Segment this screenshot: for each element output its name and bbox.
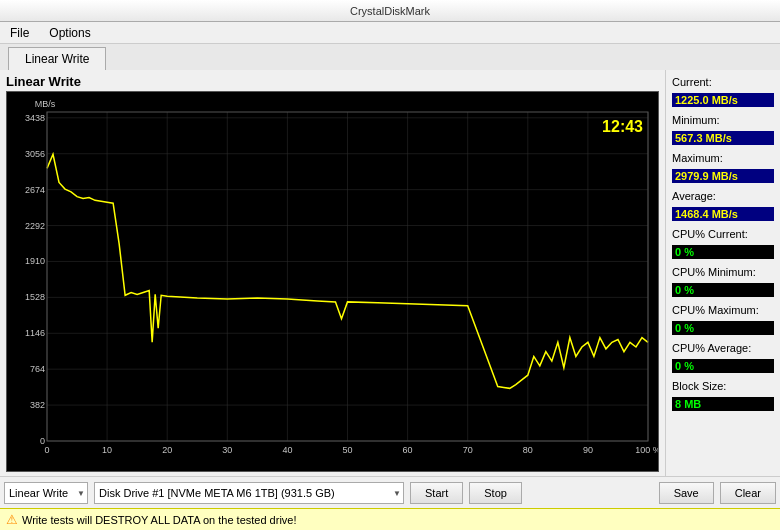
main-window: CrystalDiskMark File Options Linear Writ… bbox=[0, 0, 780, 530]
cpu-current-value: 0 % bbox=[672, 245, 774, 259]
current-value: 1225.0 MB/s bbox=[672, 93, 774, 107]
right-panel: Current: 1225.0 MB/s Minimum: 567.3 MB/s… bbox=[665, 70, 780, 476]
warning-text: Write tests will DESTROY ALL DATA on the… bbox=[22, 514, 297, 526]
chart-canvas bbox=[7, 92, 658, 471]
title-bar: CrystalDiskMark bbox=[0, 0, 780, 22]
current-label: Current: bbox=[672, 76, 774, 88]
average-label: Average: bbox=[672, 190, 774, 202]
test-type-wrapper: Linear Write bbox=[4, 482, 88, 504]
cpu-minimum-label: CPU% Minimum: bbox=[672, 266, 774, 278]
stop-button[interactable]: Stop bbox=[469, 482, 522, 504]
window-title: CrystalDiskMark bbox=[4, 5, 776, 17]
save-button[interactable]: Save bbox=[659, 482, 714, 504]
disk-dropdown-wrapper: Disk Drive #1 [NVMe META M6 1TB] (931.5 … bbox=[94, 482, 404, 504]
tab-linear-write[interactable]: Linear Write bbox=[8, 47, 106, 70]
block-size-value: 8 MB bbox=[672, 397, 774, 411]
warning-icon: ⚠ bbox=[6, 512, 18, 527]
cpu-maximum-value: 0 % bbox=[672, 321, 774, 335]
cpu-average-label: CPU% Average: bbox=[672, 342, 774, 354]
chart-title: Linear Write bbox=[6, 74, 659, 89]
disk-dropdown[interactable]: Disk Drive #1 [NVMe META M6 1TB] (931.5 … bbox=[94, 482, 404, 504]
menu-bar: File Options bbox=[0, 22, 780, 44]
main-panel: Linear Write bbox=[0, 70, 665, 476]
tab-bar: Linear Write bbox=[0, 44, 780, 70]
maximum-label: Maximum: bbox=[672, 152, 774, 164]
test-type-dropdown[interactable]: Linear Write bbox=[4, 482, 88, 504]
minimum-value: 567.3 MB/s bbox=[672, 131, 774, 145]
cpu-maximum-label: CPU% Maximum: bbox=[672, 304, 774, 316]
cpu-average-value: 0 % bbox=[672, 359, 774, 373]
minimum-label: Minimum: bbox=[672, 114, 774, 126]
cpu-current-label: CPU% Current: bbox=[672, 228, 774, 240]
menu-file[interactable]: File bbox=[4, 24, 35, 42]
chart-container bbox=[6, 91, 659, 472]
start-button[interactable]: Start bbox=[410, 482, 463, 504]
menu-options[interactable]: Options bbox=[43, 24, 96, 42]
controls-bar: Linear Write Disk Drive #1 [NVMe META M6… bbox=[0, 476, 780, 508]
block-size-label: Block Size: bbox=[672, 380, 774, 392]
clear-button[interactable]: Clear bbox=[720, 482, 776, 504]
average-value: 1468.4 MB/s bbox=[672, 207, 774, 221]
content-area: Linear Write Current: 1225.0 MB/s Minimu… bbox=[0, 70, 780, 476]
warning-bar: ⚠ Write tests will DESTROY ALL DATA on t… bbox=[0, 508, 780, 530]
cpu-minimum-value: 0 % bbox=[672, 283, 774, 297]
maximum-value: 2979.9 MB/s bbox=[672, 169, 774, 183]
